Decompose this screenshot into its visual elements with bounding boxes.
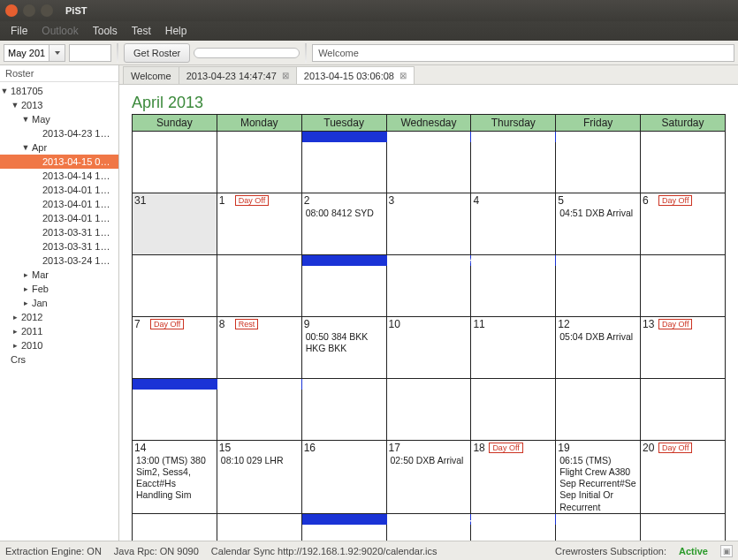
- get-roster-button[interactable]: Get Roster: [124, 43, 190, 63]
- day-event-text[interactable]: 00:50 384 BKK HKG BKK: [306, 331, 383, 354]
- tree-item[interactable]: 2013-04-15 03:06:08: [0, 155, 118, 169]
- calendar-spanbar-cell: [217, 255, 301, 317]
- tree-expander-icon[interactable]: ▸: [21, 284, 30, 293]
- calendar-day-cell[interactable]: 1702:50 DXB Arrival: [386, 441, 471, 514]
- tree-year-2010[interactable]: ▸2010: [0, 338, 118, 352]
- tree-item[interactable]: 2013-04-23 14:47:47: [0, 126, 118, 140]
- calendar-day-cell[interactable]: 31: [133, 193, 217, 255]
- day-number: 19: [558, 442, 569, 454]
- calendar-day-cell[interactable]: 7Day Off: [133, 317, 217, 379]
- tree-label: 2013-04-01 13:04:00: [42, 199, 115, 209]
- calendar-spanbar-cell: [133, 132, 217, 193]
- tree-expander-icon[interactable]: ▸: [11, 341, 19, 350]
- tree-item[interactable]: 2013-04-01 10:49:08: [0, 211, 118, 225]
- calendar-day-header: Monday: [217, 115, 301, 132]
- calendar-day-cell[interactable]: 11: [471, 317, 556, 379]
- day-event-text[interactable]: 08:00 8412 SYD: [306, 208, 383, 219]
- day-event-text[interactable]: 13:00 (TMS) 380 Sim2, Sess4, Eacct#Hs Ha…: [136, 455, 213, 502]
- day-event-text[interactable]: 04:51 DXB Arrival: [559, 208, 636, 219]
- calendar-day-cell[interactable]: 13Day Off: [641, 317, 726, 379]
- toolbar-text-input[interactable]: [69, 44, 111, 62]
- tree-month-jan[interactable]: ▸Jan: [0, 296, 118, 310]
- calendar-day-cell[interactable]: 20Day Off: [641, 441, 726, 514]
- tree-label: 2013-03-31 11:25:19: [42, 227, 115, 238]
- tab[interactable]: Welcome: [123, 66, 179, 84]
- tab-close-icon[interactable]: ⊠: [399, 71, 407, 80]
- menu-file[interactable]: File: [4, 22, 34, 40]
- calendar-day-cell[interactable]: 208:00 8412 SYD: [301, 193, 386, 255]
- day-number: 15: [219, 442, 231, 454]
- calendar-spanbar-cell: [133, 255, 217, 317]
- tree-expander-icon[interactable]: ▸: [11, 327, 19, 336]
- calendar-spanbar-cell: [386, 255, 471, 317]
- tree-root[interactable]: ▼181705: [0, 84, 118, 98]
- tree-expander-icon[interactable]: ▸: [21, 299, 30, 307]
- calendar-spanbar-cell: 203 JFK: [301, 513, 386, 541]
- tree-year-2012[interactable]: ▸2012: [0, 310, 118, 324]
- tree-item[interactable]: 2013-04-01 13:04:00: [0, 197, 118, 211]
- month-dropdown-button[interactable]: [49, 44, 65, 62]
- tree-expander-icon[interactable]: ▸: [21, 270, 30, 279]
- tab-label: Welcome: [131, 71, 171, 81]
- tree-label: 2013-04-14 19:13:59: [42, 170, 115, 181]
- tree-label: 2013-03-31 11:03:05: [42, 241, 115, 252]
- calendar-day-cell[interactable]: 3: [386, 193, 471, 255]
- calendar-day-cell[interactable]: 1205:04 DXB Arrival: [556, 317, 641, 379]
- calendar-day-cell[interactable]: 8Rest: [217, 317, 301, 379]
- calendar-day-cell[interactable]: 4: [471, 193, 556, 255]
- tree-month-apr[interactable]: ▼Apr: [0, 140, 118, 155]
- month-input[interactable]: [4, 44, 49, 62]
- calendar-day-cell[interactable]: 1413:00 (TMS) 380 Sim2, Sess4, Eacct#Hs …: [133, 441, 217, 514]
- toolbar: Get Roster Welcome: [0, 41, 738, 65]
- month-selector[interactable]: [4, 44, 65, 62]
- tree-item[interactable]: 2013-04-01 13:24:45: [0, 183, 118, 197]
- calendar-day-cell[interactable]: 18Day Off: [471, 441, 556, 514]
- tab[interactable]: 2013-04-15 03:06:08⊠: [296, 66, 415, 84]
- day-tag: Day Off: [150, 319, 184, 329]
- tree-year-2013[interactable]: ▼2013: [0, 98, 118, 112]
- tree-year-2011[interactable]: ▸2011: [0, 324, 118, 338]
- tree-item[interactable]: 2013-03-31 11:25:19: [0, 225, 118, 239]
- statusbar-corner-button[interactable]: ▣: [720, 545, 733, 557]
- day-event-text[interactable]: 05:04 DXB Arrival: [559, 331, 636, 343]
- tree-item[interactable]: 2013-04-14 19:13:59: [0, 169, 118, 183]
- tree-expander-icon[interactable]: ▸: [11, 313, 19, 322]
- tree-crs[interactable]: Crs: [0, 352, 118, 367]
- day-number: 18: [473, 442, 484, 454]
- calendar-panel: April 2013 SundayMondayTuesdayWednesdayT…: [119, 85, 738, 541]
- menu-help[interactable]: Help: [158, 22, 194, 40]
- tree-month-mar[interactable]: ▸Mar: [0, 268, 118, 282]
- calendar-day-cell[interactable]: 504:51 DXB Arrival: [556, 193, 641, 255]
- tree-item[interactable]: 2013-03-31 11:03:05: [0, 239, 118, 254]
- tree-expander-icon[interactable]: ▼: [21, 143, 30, 152]
- calendar-day-cell[interactable]: 1508:10 029 LHR: [217, 441, 301, 514]
- tree-month-feb[interactable]: ▸Feb: [0, 282, 118, 296]
- calendar-grid: SundayMondayTuesdayWednesdayThursdayFrid…: [132, 114, 726, 541]
- day-event-text[interactable]: 02:50 DXB Arrival: [391, 455, 468, 466]
- calendar-day-cell[interactable]: 6Day Off: [641, 193, 726, 255]
- window-minimize-button[interactable]: [23, 4, 35, 17]
- calendar-day-cell[interactable]: 10: [386, 317, 471, 379]
- tab[interactable]: 2013-04-23 14:47:47⊠: [179, 66, 297, 84]
- tree-expander-icon[interactable]: ▼: [0, 87, 9, 95]
- calendar-day-cell[interactable]: 1Day Off: [217, 193, 301, 255]
- roster-tree[interactable]: ▼181705▼2013▼May2013-04-23 14:47:47▼Apr2…: [0, 82, 118, 368]
- day-number: 14: [134, 442, 146, 454]
- calendar-day-cell[interactable]: 1906:15 (TMS) Flight Crew A380 Sep Recur…: [556, 441, 641, 514]
- day-event-text[interactable]: 08:10 029 LHR: [221, 455, 298, 466]
- calendar-day-cell[interactable]: 900:50 384 BKK HKG BKK: [301, 317, 386, 379]
- tab-close-icon[interactable]: ⊠: [282, 71, 289, 80]
- tree-item[interactable]: 2013-03-24 14:38:14: [0, 254, 118, 268]
- day-number: 12: [558, 318, 569, 330]
- menu-tools[interactable]: Tools: [86, 22, 125, 40]
- menu-test[interactable]: Test: [125, 22, 158, 40]
- window-close-button[interactable]: [5, 4, 18, 17]
- tree-expander-icon[interactable]: ▼: [11, 101, 19, 110]
- window-maximize-button[interactable]: [41, 4, 53, 17]
- calendar-spanbar-cell: [133, 513, 217, 541]
- day-event-text[interactable]: 06:15 (TMS) Flight Crew A380 Sep Recurre…: [559, 455, 636, 513]
- tree-month-may[interactable]: ▼May: [0, 112, 118, 126]
- calendar-day-cell[interactable]: 16: [301, 441, 386, 514]
- tree-label: 2013-03-24 14:38:14: [42, 255, 115, 266]
- tree-expander-icon[interactable]: ▼: [21, 115, 30, 124]
